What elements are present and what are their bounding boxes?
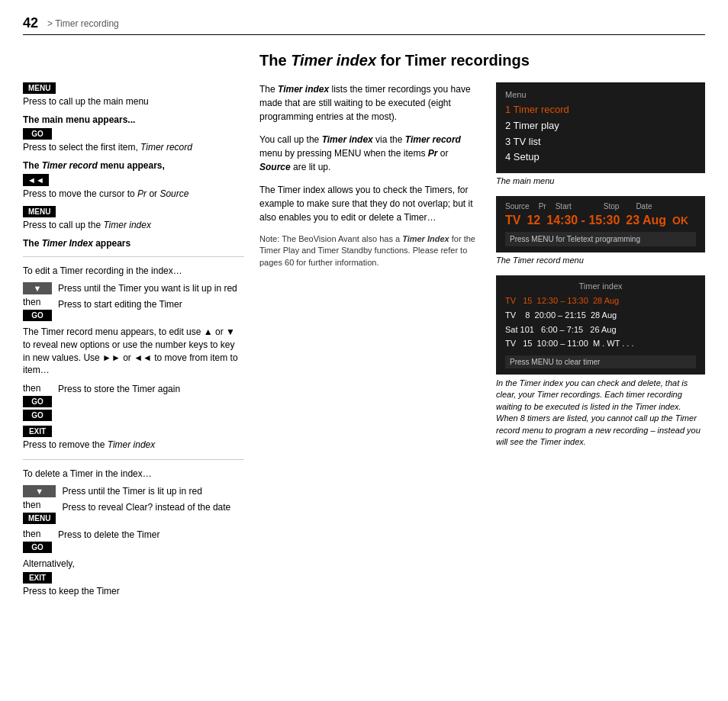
menu-button[interactable]: MENU	[23, 82, 56, 94]
alt-text: Alternatively,	[23, 558, 244, 571]
instr-rewind-block: ◄◄ Press to move the cursor to Pr or Sou…	[23, 174, 244, 201]
data-source: TV	[505, 214, 520, 227]
content-area: MENU Press to call up the main menu The …	[23, 82, 705, 603]
store-group: then GO GO Press to store the Timer agai…	[23, 383, 244, 421]
menu-item-timer-record: 1 Timer record	[505, 102, 696, 118]
breadcrumb: > Timer recording	[47, 18, 119, 29]
delete-heading: To delete a Timer in the index…	[23, 468, 244, 481]
main-menu-screen: Menu 1 Timer record 2 Timer play 3 TV li…	[496, 82, 705, 173]
col-date: Date	[636, 202, 652, 211]
go-button-delete[interactable]: GO	[23, 542, 52, 553]
instr-exit-block-2: EXIT Press to keep the Timer	[23, 572, 244, 598]
delete-arrow-group: ▼ then MENU Press until the Timer is lit…	[23, 485, 244, 524]
data-time: 14:30 - 15:30	[546, 214, 620, 227]
store-buttons: then GO GO	[23, 383, 52, 421]
edit-instructions: Press until the Timer you want is lit up…	[58, 282, 244, 311]
exit-button-1[interactable]: EXIT	[23, 426, 52, 437]
menu2-instruction: Press to call up the Timer index	[23, 219, 244, 232]
instr-go-block: GO Press to select the first item, Timer…	[23, 128, 244, 154]
then-label-2: then	[23, 383, 52, 394]
edit-instr-1: Press until the Timer you want is lit up…	[58, 282, 244, 295]
edit-arrow-go-group: ▼ then GO Press until the Timer you want…	[23, 282, 244, 321]
screen-caption-1: The main menu	[496, 176, 705, 185]
timer-index-row-1: TV 15 12:30 – 13:30 28 Aug	[505, 294, 696, 308]
page-number: 42	[23, 15, 38, 31]
left-column: MENU Press to call up the main menu The …	[23, 82, 259, 603]
menu-label-1: Menu	[505, 90, 696, 99]
edit-desc: The Timer record menu appears, to edit u…	[23, 326, 244, 377]
mid-note: Note: The BeoVision Avant also has a Tim…	[259, 233, 481, 269]
go-button-edit[interactable]: GO	[23, 310, 52, 321]
go-button-store-1[interactable]: GO	[23, 396, 52, 407]
result-timer-index: The Timer Index appears	[23, 238, 244, 249]
delete-go-group: then GO Press to delete the Timer	[23, 529, 244, 553]
middle-column: The Timer index lists the timer recordin…	[259, 82, 496, 603]
delete-instr-2: Press to reveal Clear? instead of the da…	[62, 501, 244, 514]
result-timer-record: The Timer record menu appears,	[23, 160, 244, 171]
delete-instructions: Press until the Timer is lit up in red P…	[62, 485, 244, 514]
screen-caption-2: The Timer record menu	[496, 256, 705, 265]
store-instr-1: Press to store the Timer again	[58, 383, 244, 396]
edit-instr-2: Press to start editing the Timer	[58, 298, 244, 311]
delete-go-instructions: Press to delete the Timer	[58, 529, 244, 542]
teletext-note: Press MENU for Teletext programming	[505, 232, 696, 246]
then-label-3: then	[23, 500, 56, 510]
instr-exit-block: EXIT Press to remove the Timer index	[23, 426, 244, 452]
page-header: 42 > Timer recording	[23, 15, 705, 35]
col-stop: Stop	[604, 202, 620, 211]
timer-record-data-row: TV 12 14:30 - 15:30 23 Aug OK	[505, 214, 696, 227]
timer-index-row-3: Sat 101 6:00 – 7:15 26 Aug	[505, 323, 696, 337]
delete-go-buttons: then GO	[23, 529, 52, 553]
timer-index-row-4: TV 15 10:00 – 11:00 M . WT . . .	[505, 336, 696, 351]
arrow-down-button-2[interactable]: ▼	[23, 485, 56, 497]
go-button-1[interactable]: GO	[23, 128, 52, 140]
col-start: Start	[556, 202, 572, 211]
page: 42 > Timer recording The Timer index for…	[0, 0, 728, 701]
timer-record-screen: Source Pr Start Stop Date TV 12 14:30 - …	[496, 196, 705, 252]
timer-index-label: Timer index	[505, 281, 696, 291]
menu-button-2[interactable]: MENU	[23, 206, 56, 217]
col-pr: Pr	[539, 202, 546, 211]
timer-index-note: Press MENU to clear timer	[505, 355, 696, 368]
col-source: Source	[505, 202, 530, 211]
section-heading: The Timer index for Timer recordings	[259, 50, 705, 70]
instr-menu-block: MENU Press to call up the main menu	[23, 82, 244, 108]
data-date: 23 Aug	[626, 214, 666, 227]
mid-para-1: The Timer index lists the timer recordin…	[259, 82, 481, 124]
timer-record-header: Source Pr Start Stop Date	[505, 202, 696, 211]
data-ok: OK	[672, 214, 688, 227]
then-label-4: then	[23, 529, 52, 539]
timer-index-row-2: TV 8 20:00 – 21:15 28 Aug	[505, 308, 696, 323]
rewind-button[interactable]: ◄◄	[23, 174, 49, 186]
menu-button-3[interactable]: MENU	[23, 513, 56, 524]
edit-heading: To edit a Timer recording in the index…	[23, 265, 244, 278]
menu-item-timer-play: 2 Timer play	[505, 118, 696, 134]
data-pr: 12	[527, 214, 540, 227]
right-column: Menu 1 Timer record 2 Timer play 3 TV li…	[496, 82, 705, 603]
delete-arrow-buttons: ▼ then MENU	[23, 485, 56, 524]
menu-instruction: Press to call up the main menu	[23, 95, 244, 108]
go-instruction: Press to select the first item, Timer re…	[23, 141, 244, 154]
divider-2	[23, 459, 244, 460]
result-main-menu: The main menu appears...	[23, 114, 244, 125]
store-instructions: Press to store the Timer again	[58, 383, 244, 396]
edit-buttons: ▼ then GO	[23, 282, 52, 321]
exit-instruction-1: Press to remove the Timer index	[23, 439, 244, 452]
rewind-instruction: Press to move the cursor to Pr or Source	[23, 188, 244, 201]
menu-item-setup: 4 Setup	[505, 150, 696, 166]
exit-instruction-2: Press to keep the Timer	[23, 585, 244, 598]
mid-para-3: The Timer index allows you to check the …	[259, 183, 481, 224]
delete-instr-1: Press until the Timer is lit up in red	[62, 485, 244, 498]
then-label-1: then	[23, 297, 52, 307]
menu-item-tv-list: 3 TV list	[505, 134, 696, 150]
go-button-store-2[interactable]: GO	[23, 410, 52, 421]
divider-1	[23, 256, 244, 257]
mid-para-2: You call up the Timer index via the Time…	[259, 133, 481, 174]
screen-caption-3: In the Timer index you can check and del…	[496, 378, 705, 448]
timer-index-screen: Timer index TV 15 12:30 – 13:30 28 Aug T…	[496, 275, 705, 375]
instr-menu2-block: MENU Press to call up the Timer index	[23, 206, 244, 232]
arrow-down-button-1[interactable]: ▼	[23, 282, 52, 294]
exit-button-2[interactable]: EXIT	[23, 572, 52, 584]
delete-go-instr: Press to delete the Timer	[58, 529, 244, 542]
